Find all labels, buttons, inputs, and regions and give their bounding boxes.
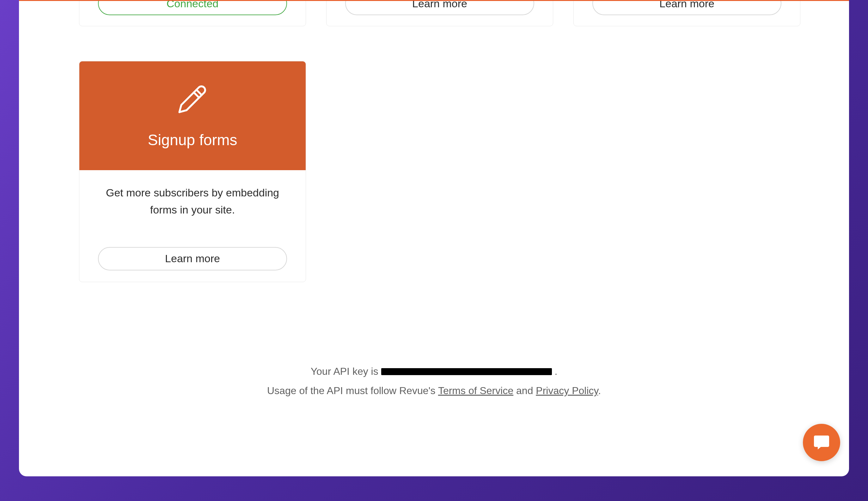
privacy-policy-link[interactable]: Privacy Policy xyxy=(536,385,598,396)
integration-card-1: Connected xyxy=(79,0,306,26)
learn-more-button-3[interactable]: Learn more xyxy=(592,0,781,15)
api-usage-line: Usage of the API must follow Revue's Ter… xyxy=(19,381,849,401)
signup-card-description: Get more subscribers by embedding forms … xyxy=(101,184,284,218)
api-key-prefix: Your API key is xyxy=(311,366,381,377)
content-area: Connected Learn more Learn more xyxy=(19,1,849,476)
integration-card-2: Learn more xyxy=(326,0,553,26)
and-text: and xyxy=(513,385,536,396)
chat-icon xyxy=(813,433,831,452)
svg-line-1 xyxy=(194,92,199,98)
learn-more-button-2[interactable]: Learn more xyxy=(345,0,534,15)
cards-row-top: Connected Learn more Learn more xyxy=(79,0,800,26)
signup-card-title: Signup forms xyxy=(148,131,237,149)
app-window: Connected Learn more Learn more xyxy=(19,0,849,476)
api-key-value-redacted xyxy=(381,368,552,375)
footer-text: Your API key is . Usage of the API must … xyxy=(19,362,849,401)
signup-card-header: Signup forms xyxy=(79,61,306,170)
pencil-icon xyxy=(177,83,208,116)
signup-forms-card: Signup forms Get more subscribers by emb… xyxy=(79,61,306,282)
signup-card-body: Get more subscribers by embedding forms … xyxy=(79,170,306,282)
usage-prefix: Usage of the API must follow Revue's xyxy=(267,385,438,396)
svg-line-0 xyxy=(197,89,202,95)
api-key-line: Your API key is . xyxy=(19,362,849,381)
signup-card-wrap: Signup forms Get more subscribers by emb… xyxy=(79,61,306,282)
integration-card-3: Learn more xyxy=(573,0,800,26)
period: . xyxy=(598,385,601,396)
chat-launcher-button[interactable] xyxy=(803,424,840,461)
connected-button[interactable]: Connected xyxy=(98,0,287,15)
api-key-suffix: . xyxy=(554,366,557,377)
signup-learn-more-button[interactable]: Learn more xyxy=(98,247,287,270)
terms-of-service-link[interactable]: Terms of Service xyxy=(438,385,513,396)
